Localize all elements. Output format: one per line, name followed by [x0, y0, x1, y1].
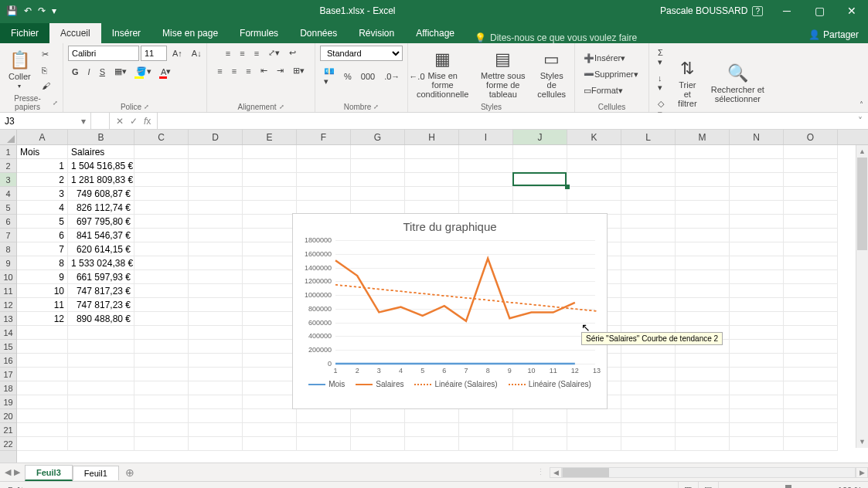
- cell[interactable]: [784, 423, 838, 437]
- row-header[interactable]: 20: [0, 409, 16, 423]
- cell[interactable]: [730, 381, 784, 395]
- cell[interactable]: [567, 423, 621, 437]
- column-header[interactable]: G: [351, 130, 405, 144]
- cell[interactable]: [189, 298, 243, 312]
- vscroll-thumb[interactable]: [857, 158, 867, 250]
- cell[interactable]: [621, 395, 676, 409]
- cell[interactable]: [405, 187, 459, 201]
- embedded-chart[interactable]: Titre du graphique 020000040000060000080…: [292, 213, 608, 409]
- legend-linear-1[interactable]: Linéaire (Salaires): [414, 380, 497, 388]
- cell[interactable]: [784, 312, 838, 326]
- zoom-level[interactable]: 100 %: [838, 486, 862, 489]
- cell[interactable]: [621, 409, 676, 423]
- cell[interactable]: [243, 187, 297, 201]
- cell[interactable]: [68, 340, 134, 354]
- cell[interactable]: [513, 145, 567, 159]
- sort-filter-button[interactable]: ⇅Trier et filtrer: [671, 56, 704, 110]
- cell[interactable]: [17, 368, 68, 381]
- row-header[interactable]: 7: [0, 229, 16, 242]
- cell[interactable]: [784, 201, 838, 215]
- cell[interactable]: Mois: [17, 145, 68, 159]
- indent-inc-icon[interactable]: ⇥: [273, 63, 288, 78]
- cell[interactable]: [68, 437, 134, 451]
- row-header[interactable]: 16: [0, 354, 16, 368]
- merge-icon[interactable]: ⊞▾: [289, 63, 308, 78]
- vertical-scrollbar[interactable]: ▲ ▼: [856, 145, 868, 448]
- cell[interactable]: [134, 256, 189, 270]
- wrap-text-icon[interactable]: ↩: [285, 46, 300, 60]
- cell[interactable]: 8: [17, 256, 68, 270]
- cell[interactable]: [567, 187, 621, 201]
- cell[interactable]: [730, 201, 784, 215]
- row-header[interactable]: 21: [0, 423, 16, 437]
- cell[interactable]: 1 533 024,38 €: [68, 256, 134, 270]
- cell[interactable]: 661 597,93 €: [68, 270, 134, 284]
- cell[interactable]: [621, 201, 676, 215]
- cell[interactable]: [134, 423, 189, 437]
- cell[interactable]: [297, 187, 351, 201]
- cell[interactable]: 747 817,23 €: [68, 298, 134, 312]
- cell[interactable]: [459, 437, 513, 451]
- cell[interactable]: [459, 409, 513, 423]
- align-top-icon[interactable]: ≡: [222, 46, 234, 60]
- cell[interactable]: [134, 437, 189, 451]
- cell[interactable]: 4: [17, 201, 68, 215]
- cell[interactable]: [189, 187, 243, 201]
- cell[interactable]: [730, 284, 784, 298]
- column-header[interactable]: B: [68, 130, 134, 144]
- cell[interactable]: [68, 381, 134, 395]
- cell[interactable]: [243, 368, 297, 381]
- cell[interactable]: [676, 256, 730, 270]
- cell[interactable]: [405, 159, 459, 173]
- help-icon[interactable]: ?: [752, 6, 763, 16]
- cell[interactable]: 1 281 809,83 €: [68, 173, 134, 187]
- cell[interactable]: [513, 437, 567, 451]
- tell-me[interactable]: 💡 Dites-nous ce que vous voulez faire: [465, 32, 637, 43]
- row-header[interactable]: 19: [0, 395, 16, 409]
- cell[interactable]: [784, 395, 838, 409]
- cell[interactable]: [17, 423, 68, 437]
- cancel-formula-icon[interactable]: ✕: [116, 116, 124, 127]
- cell[interactable]: [676, 215, 730, 229]
- column-header[interactable]: J: [513, 130, 567, 144]
- cell[interactable]: [243, 159, 297, 173]
- fill-handle[interactable]: [565, 185, 570, 189]
- decrease-font-icon[interactable]: A↓: [188, 46, 206, 60]
- row-header[interactable]: 15: [0, 340, 16, 354]
- row-header[interactable]: 18: [0, 381, 16, 395]
- cell[interactable]: [189, 284, 243, 298]
- row-header[interactable]: 12: [0, 298, 16, 312]
- cell[interactable]: [730, 256, 784, 270]
- cell[interactable]: [513, 187, 567, 201]
- cell[interactable]: [730, 409, 784, 423]
- scroll-down-icon[interactable]: ▼: [856, 435, 868, 448]
- cell[interactable]: [784, 381, 838, 395]
- cell[interactable]: [567, 409, 621, 423]
- cell[interactable]: [621, 354, 676, 368]
- find-select-button[interactable]: 🔍Rechercher et sélectionner: [707, 61, 768, 106]
- cell[interactable]: [730, 242, 784, 256]
- column-header[interactable]: H: [405, 130, 459, 144]
- cell[interactable]: [676, 187, 730, 201]
- sheet-tab-feuil3[interactable]: Feuil3: [25, 465, 73, 481]
- cell[interactable]: [730, 340, 784, 354]
- cell[interactable]: [405, 423, 459, 437]
- cell[interactable]: [17, 437, 68, 451]
- row-header[interactable]: 9: [0, 256, 16, 270]
- cell[interactable]: [621, 423, 676, 437]
- cell[interactable]: [297, 145, 351, 159]
- cell[interactable]: [189, 229, 243, 242]
- cell[interactable]: 747 817,23 €: [68, 284, 134, 298]
- cell[interactable]: [189, 423, 243, 437]
- cell[interactable]: [676, 298, 730, 312]
- cell[interactable]: [405, 437, 459, 451]
- row-header[interactable]: 22: [0, 437, 16, 451]
- cell-styles-button[interactable]: ▭Styles de cellules: [533, 47, 570, 101]
- cell[interactable]: [68, 368, 134, 381]
- column-header[interactable]: C: [134, 130, 189, 144]
- column-header[interactable]: E: [243, 130, 297, 144]
- cell[interactable]: [68, 326, 134, 340]
- cell[interactable]: 11: [17, 298, 68, 312]
- cell[interactable]: [17, 326, 68, 340]
- cell[interactable]: [243, 395, 297, 409]
